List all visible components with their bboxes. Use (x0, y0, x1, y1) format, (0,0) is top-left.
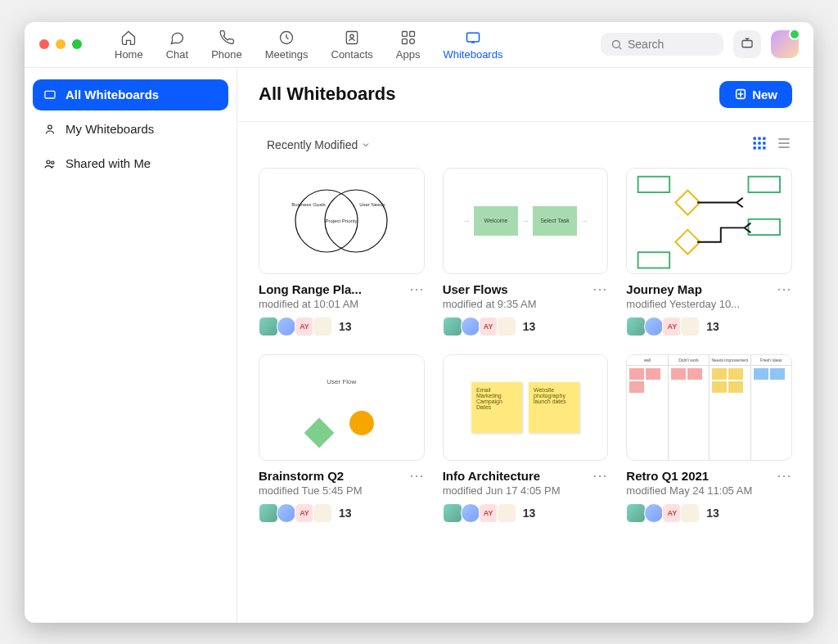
collaborator-count: 13 (706, 320, 719, 333)
card-more-button[interactable]: ⋯ (409, 471, 425, 480)
avatar (259, 503, 278, 523)
tab-chat[interactable]: Chat (166, 29, 188, 61)
tab-contacts[interactable]: Contacts (331, 29, 373, 61)
whiteboard-card[interactable]: User Flow Brainstorm Q2 ⋯ modified Tue 5… (259, 354, 425, 523)
search-placeholder: Search (628, 38, 664, 51)
whiteboard-title: Journey Map (626, 282, 702, 296)
svg-rect-34 (676, 229, 701, 254)
titlebar: Home Chat Phone Meetings Contacts Apps (25, 22, 813, 68)
svg-rect-32 (749, 218, 781, 234)
host-meeting-button[interactable] (733, 30, 761, 58)
search-icon (610, 38, 623, 51)
new-whiteboard-button[interactable]: New (719, 81, 792, 108)
svg-rect-15 (754, 137, 756, 139)
maximize-window-button[interactable] (72, 39, 82, 49)
tab-meetings[interactable]: Meetings (265, 29, 309, 61)
sidebar-item-my-whiteboards[interactable]: My Whiteboards (33, 114, 228, 145)
window-controls (39, 39, 82, 49)
whiteboard-title: User Flows (443, 282, 508, 296)
sidebar-item-all-whiteboards[interactable]: All Whiteboards (33, 79, 228, 110)
whiteboard-card[interactable]: well Didn't work Needs improvement Fresh… (626, 354, 792, 523)
svg-point-2 (350, 34, 354, 38)
svg-point-11 (48, 125, 52, 129)
whiteboard-thumbnail: well Didn't work Needs improvement Fresh… (626, 354, 792, 461)
avatar (461, 317, 480, 336)
avatar (443, 503, 462, 523)
whiteboard-card[interactable]: → Welcome → Select Task → User Flows ⋯ m… (443, 168, 609, 336)
collaborator-count: 13 (523, 320, 536, 333)
card-more-button[interactable]: ⋯ (777, 471, 792, 480)
new-icon (734, 88, 747, 101)
profile-avatar[interactable] (771, 30, 799, 58)
people-icon (43, 156, 57, 171)
avatar (277, 503, 296, 523)
collaborator-count: 13 (339, 507, 352, 520)
whiteboard-thumbnail (626, 168, 792, 274)
chevron-down-icon (361, 140, 371, 150)
list-view-button[interactable] (776, 135, 792, 155)
svg-rect-21 (754, 146, 756, 149)
svg-point-8 (613, 40, 620, 47)
view-toggle (751, 135, 792, 155)
avatar (626, 317, 646, 336)
tab-label: Phone (211, 48, 242, 61)
tab-label: Contacts (331, 48, 373, 61)
avatar (313, 317, 332, 336)
whiteboard-modified: modified at 9:35 AM (443, 298, 609, 310)
person-icon (43, 122, 57, 137)
card-more-button[interactable]: ⋯ (592, 471, 608, 480)
collaborator-avatars: AY 13 (259, 503, 425, 523)
card-more-button[interactable]: ⋯ (409, 285, 425, 293)
sidebar-item-label: All Whiteboards (65, 88, 159, 101)
collaborator-count: 13 (339, 320, 352, 333)
tab-home[interactable]: Home (115, 29, 143, 61)
tab-label: Meetings (265, 48, 309, 61)
card-more-button[interactable]: ⋯ (592, 285, 608, 293)
whiteboard-card[interactable]: Journey Map ⋯ modified Yesterday 10... A… (626, 168, 792, 336)
avatar: AY (479, 317, 498, 336)
tab-phone[interactable]: Phone (211, 29, 242, 61)
whiteboard-title: Retro Q1 2021 (626, 469, 709, 483)
card-more-button[interactable]: ⋯ (777, 285, 792, 293)
clock-icon (277, 29, 295, 47)
whiteboard-modified: modified Jun 17 4:05 PM (443, 484, 609, 497)
header-right: Search (601, 30, 799, 58)
list-icon (776, 135, 792, 151)
sidebar-item-label: My Whiteboards (65, 122, 154, 136)
search-input[interactable]: Search (601, 33, 723, 56)
svg-rect-9 (742, 41, 752, 47)
svg-rect-17 (763, 137, 765, 139)
new-button-label: New (752, 88, 777, 101)
avatar (626, 503, 646, 523)
svg-rect-4 (409, 31, 414, 36)
svg-text:Business Goals: Business Goals (291, 202, 326, 207)
avatar (644, 503, 664, 523)
whiteboard-modified: modified Tue 5:45 PM (259, 484, 425, 497)
app-window: Home Chat Phone Meetings Contacts Apps (25, 22, 813, 623)
avatar (313, 503, 332, 523)
sort-label: Recently Modified (267, 138, 358, 151)
collaborator-avatars: AY 13 (259, 317, 425, 336)
grid-view-button[interactable] (751, 135, 768, 155)
sort-dropdown[interactable]: Recently Modified (259, 133, 379, 156)
close-window-button[interactable] (39, 39, 49, 49)
svg-text:Project Priority: Project Priority (326, 218, 358, 223)
minimize-window-button[interactable] (56, 39, 65, 49)
tab-label: Whiteboards (443, 48, 502, 61)
svg-rect-22 (758, 146, 760, 149)
avatar (277, 317, 296, 336)
avatar: AY (479, 503, 498, 523)
whiteboard-title: Long Range Pla... (259, 282, 362, 296)
phone-icon (218, 29, 236, 47)
svg-rect-3 (402, 31, 407, 36)
tab-apps[interactable]: Apps (396, 29, 421, 61)
collaborator-count: 13 (523, 507, 536, 520)
whiteboard-card[interactable]: Business Goals User Needs Project Priori… (259, 168, 425, 336)
whiteboard-card[interactable]: Email Marketing Campaign Dates Website p… (443, 354, 609, 523)
sidebar-item-shared-with-me[interactable]: Shared with Me (33, 148, 228, 179)
svg-rect-33 (676, 190, 701, 214)
collaborator-count: 13 (706, 507, 719, 520)
collaborator-avatars: AY 13 (626, 317, 792, 336)
page-title: All Whiteboards (259, 83, 395, 105)
tab-whiteboards[interactable]: Whiteboards (443, 29, 502, 61)
